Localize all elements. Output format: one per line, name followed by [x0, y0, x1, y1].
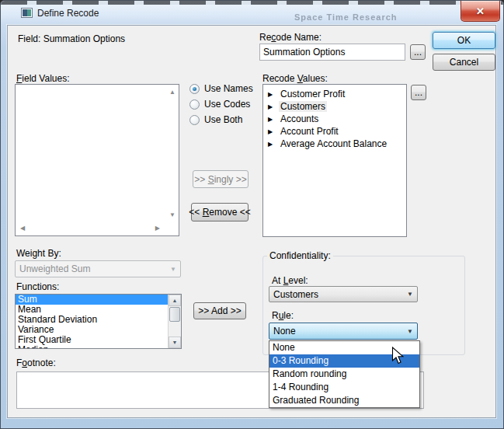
- function-item[interactable]: Median: [16, 345, 168, 349]
- use-codes-label: Use Codes: [204, 99, 250, 110]
- radio-unselected-icon: [189, 99, 200, 110]
- weight-by-value: Unweighted Sum: [19, 263, 90, 274]
- recode-values-tree[interactable]: ▶Customer Profit ▶Customers ▶Accounts ▶A…: [262, 84, 407, 237]
- tree-expand-icon[interactable]: ▶: [268, 91, 276, 98]
- tree-expand-icon[interactable]: ▶: [268, 128, 276, 135]
- tree-item[interactable]: ▶Customers: [263, 100, 406, 113]
- define-recode-dialog: Space Time Research Define Recode ✕ Fiel…: [0, 0, 504, 429]
- weight-by-label: Weight By:: [16, 248, 61, 259]
- tree-item[interactable]: ▶Accounts: [263, 113, 406, 125]
- scroll-down-icon[interactable]: ▼: [169, 337, 181, 348]
- tree-item[interactable]: ▶Average Account Balance: [263, 138, 406, 150]
- functions-list[interactable]: Sum Mean Standard Deviation Variance Fir…: [15, 294, 182, 349]
- field-values-label: Field Values:: [16, 73, 70, 84]
- scroll-up-icon[interactable]: ▲: [169, 89, 176, 96]
- tree-item[interactable]: ▶Customer Profit: [263, 88, 406, 100]
- at-level-combo[interactable]: Customers ▼: [269, 286, 418, 302]
- scrollbar-thumb[interactable]: [169, 307, 180, 322]
- use-names-radio[interactable]: Use Names: [189, 83, 253, 94]
- footnote-label: Footnote:: [16, 358, 56, 368]
- scroll-left-icon[interactable]: ◀: [20, 225, 25, 232]
- dropdown-option[interactable]: 1-4 Rounding: [269, 381, 419, 394]
- cancel-button[interactable]: Cancel: [433, 54, 495, 71]
- window-title: Define Recode: [37, 8, 99, 19]
- scroll-down-icon[interactable]: ▼: [169, 212, 176, 218]
- add-button[interactable]: >> Add >>: [193, 302, 246, 319]
- recode-name-label: Recode Name:: [259, 32, 322, 43]
- field-values-list[interactable]: ▲ ▼ ◀ ▶: [15, 84, 179, 236]
- radio-unselected-icon: [189, 115, 200, 125]
- background-window-edge: [1, 1, 503, 5]
- rule-value: None: [273, 326, 296, 337]
- recode-name-input[interactable]: [259, 44, 405, 61]
- background-window-text: Space Time Research: [294, 12, 398, 22]
- recode-values-browse-button[interactable]: ...: [411, 85, 426, 100]
- use-codes-radio[interactable]: Use Codes: [189, 99, 250, 110]
- scroll-up-icon[interactable]: ▲: [169, 295, 181, 306]
- dropdown-option[interactable]: Graduated Rounding: [269, 394, 419, 407]
- recode-values-label: Recode Values:: [262, 73, 328, 84]
- field-info-label: Field: Summation Options: [18, 33, 125, 44]
- weight-by-combo[interactable]: Unweighted Sum ▼: [15, 260, 181, 277]
- functions-label: Functions:: [16, 281, 59, 292]
- close-button[interactable]: ✕: [461, 1, 500, 22]
- recode-name-browse-button[interactable]: ...: [410, 44, 426, 60]
- confidentiality-label: Confidentiality:: [267, 250, 333, 261]
- tree-expand-icon[interactable]: ▶: [268, 103, 276, 110]
- dropdown-option[interactable]: Random rounding: [269, 368, 419, 381]
- combo-arrow-icon: ▼: [407, 291, 413, 298]
- functions-scrollbar[interactable]: ▲ ▼: [168, 295, 181, 348]
- close-icon: ✕: [476, 5, 485, 17]
- mouse-cursor: [391, 347, 404, 364]
- tree-expand-icon[interactable]: ▶: [268, 116, 276, 123]
- combo-arrow-icon: ▼: [407, 328, 413, 335]
- singly-button[interactable]: >> Singly >>: [193, 170, 249, 188]
- app-icon: [21, 8, 33, 18]
- combo-arrow-icon: ▼: [170, 266, 176, 273]
- remove-button[interactable]: << Remove <<: [191, 203, 249, 221]
- at-level-label: At Level:: [272, 275, 308, 286]
- scroll-right-icon[interactable]: ▶: [155, 225, 160, 232]
- ok-button[interactable]: OK: [433, 32, 495, 49]
- at-level-value: Customers: [273, 289, 318, 300]
- use-names-label: Use Names: [204, 83, 253, 94]
- rule-combo[interactable]: None ▼: [269, 323, 418, 340]
- rule-label: Rule:: [272, 310, 294, 321]
- use-both-label: Use Both: [204, 114, 242, 125]
- tree-expand-icon[interactable]: ▶: [268, 141, 276, 148]
- tree-item[interactable]: ▶Account Profit: [263, 125, 406, 138]
- radio-selected-icon: [189, 84, 200, 94]
- use-both-radio[interactable]: Use Both: [189, 114, 242, 125]
